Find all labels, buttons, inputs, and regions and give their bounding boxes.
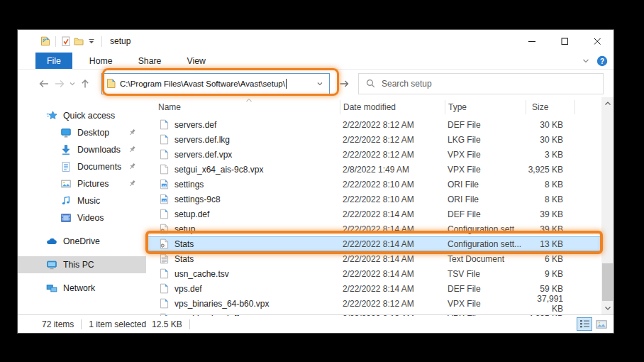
file-blue-icon [158, 134, 170, 146]
sidebar-item-quick-access[interactable]: Quick access [18, 107, 146, 124]
scroll-down-button[interactable] [601, 303, 614, 314]
up-button[interactable] [77, 75, 93, 92]
column-header-name[interactable]: Name [146, 100, 340, 114]
details-view-button[interactable] [577, 317, 592, 331]
file-row-servers-def-lkg[interactable]: servers.def.lkg2/22/2022 8:12 AMLKG File… [146, 132, 614, 147]
file-row-stats[interactable]: Stats2/22/2022 8:14 AMText Document6 KB [146, 251, 614, 266]
sidebar-item-documents[interactable]: Documents [18, 158, 146, 175]
sidebar-item-network[interactable]: Network [18, 280, 146, 297]
file-blue-icon [158, 298, 170, 309]
file-row-servers-def-vpx[interactable]: servers.def.vpx2/22/2022 8:12 AMVPX File… [146, 147, 614, 162]
file-row-settings[interactable]: settings2/22/2022 8:10 AMORI File8 KB [146, 177, 614, 192]
search-placeholder: Search setup [382, 79, 432, 89]
quick-access-icon [46, 110, 57, 121]
sidebar-item-label: Videos [77, 213, 104, 223]
status-separator [81, 319, 82, 329]
sidebar-item-videos[interactable]: Videos [18, 209, 146, 226]
sidebar-item-pictures[interactable]: Pictures [18, 175, 146, 192]
back-button[interactable] [36, 75, 52, 92]
file-name-cell: vps_binaries_64-b60.vpx [146, 298, 340, 309]
recent-locations-button[interactable] [67, 75, 77, 92]
thumbnails-view-button[interactable] [594, 317, 609, 331]
file-size: 6 KB [526, 254, 575, 264]
explorer-icon[interactable] [39, 35, 52, 48]
chevron-down-icon [68, 79, 77, 88]
vertical-scrollbar[interactable] [601, 97, 614, 314]
file-date-modified: 2/22/2022 8:14 AM [340, 224, 445, 234]
toolbar-dropdown-icon[interactable] [85, 35, 98, 48]
file-list-pane: Name Date modified Type Size servers.def… [146, 97, 614, 314]
column-header-size[interactable]: Size [526, 100, 575, 114]
column-header-date-modified[interactable]: Date modified [340, 100, 445, 114]
check-doc-icon[interactable] [60, 35, 72, 48]
file-date-modified: 2/22/2022 8:12 AM [340, 135, 445, 145]
file-name-cell: settings-9c8 [146, 194, 340, 205]
tab-home[interactable]: Home [77, 53, 126, 69]
column-header-type[interactable]: Type [445, 100, 526, 114]
file-name: servers.def [174, 120, 216, 130]
sidebar-item-downloads[interactable]: Downloads [18, 141, 146, 158]
sidebar-item-this-pc[interactable]: This PC [18, 256, 146, 273]
ribbon-right-controls: ? [581, 53, 608, 70]
search-box[interactable]: Search setup [358, 73, 604, 94]
sidebar-item-label: Documents [77, 162, 121, 172]
file-blue-icon [158, 149, 170, 160]
go-to-button[interactable] [337, 75, 351, 92]
navigation-pane: Quick accessDesktopDownloadsDocumentsPic… [18, 97, 146, 314]
address-file-icon [106, 78, 116, 89]
ribbon-expand-icon[interactable] [581, 56, 591, 66]
go-arrow-icon [338, 79, 350, 89]
file-blue-icon [158, 268, 170, 280]
file-row-vps-binaries-64-b60-vpx[interactable]: vps_binaries_64-b60.vpx2/22/2022 8:12 AM… [146, 296, 614, 311]
file-name-cell: Stats [146, 253, 340, 265]
forward-icon [53, 78, 66, 89]
sidebar-item-desktop[interactable]: Desktop [18, 124, 146, 141]
file-name: setgui_x64_ais-9c8.vpx [174, 165, 263, 175]
tab-share[interactable]: Share [126, 53, 174, 69]
downloads-icon [60, 144, 72, 155]
quick-access-toolbar [39, 35, 106, 48]
file-row-setup[interactable]: setup2/22/2022 8:14 AMConfiguration sett… [146, 221, 614, 236]
address-bar[interactable]: C:\Program Files\Avast Software\Avast\se… [101, 73, 330, 94]
forward-button[interactable] [52, 75, 67, 92]
details-view-icon [579, 319, 590, 329]
network-icon [46, 283, 57, 294]
tab-file[interactable]: File [35, 53, 72, 69]
file-name: Stats [174, 254, 194, 264]
file-row-setgui-x64-ais-9c8-vpx[interactable]: setgui_x64_ais-9c8.vpx2/8/2022 1:49 AMVP… [146, 162, 614, 177]
file-row-servers-def[interactable]: servers.def2/22/2022 8:12 AMDEF File30 K… [146, 117, 614, 132]
file-date-modified: 2/22/2022 8:14 AM [340, 254, 445, 264]
file-name: Stats [174, 239, 194, 249]
minimize-button[interactable] [516, 30, 548, 53]
maximize-button[interactable] [548, 30, 581, 53]
file-type: ORI File [445, 180, 526, 190]
documents-icon [60, 161, 72, 172]
file-row-settings-9c8[interactable]: settings-9c82/22/2022 8:10 AMORI File8 K… [146, 192, 614, 207]
file-date-modified: 2/22/2022 8:12 AM [340, 299, 445, 309]
address-path[interactable]: C:\Program Files\Avast Software\Avast\se… [120, 79, 285, 88]
sidebar-item-onedrive[interactable]: OneDrive [18, 233, 146, 250]
file-name: settings [174, 180, 204, 190]
sidebar-item-music[interactable]: Music [18, 192, 146, 209]
address-dropdown-button[interactable] [313, 76, 326, 92]
scroll-up-button[interactable] [601, 98, 614, 109]
close-button[interactable] [581, 30, 614, 53]
tab-view[interactable]: View [174, 53, 218, 69]
file-size: 37,991 KB [526, 294, 575, 314]
file-row-stats[interactable]: Stats2/22/2022 8:14 AMConfiguration sett… [146, 236, 614, 251]
pictures-icon [60, 178, 72, 190]
window-title: setup [110, 36, 131, 46]
scrollbar-thumb[interactable] [602, 263, 613, 301]
file-type: VPX File [445, 165, 526, 175]
onedrive-icon [46, 236, 57, 247]
file-name-cell: servers.def.vpx [146, 149, 340, 160]
status-separator [189, 319, 190, 329]
folder-icon[interactable] [72, 35, 85, 48]
file-type: VPX File [445, 299, 526, 309]
file-type: ORI File [445, 194, 526, 204]
help-icon[interactable]: ? [596, 55, 608, 67]
file-date-modified: 2/8/2022 1:49 AM [340, 165, 445, 175]
sidebar-item-label: This PC [63, 260, 94, 270]
file-row-setup-def[interactable]: setup.def2/22/2022 8:14 AMDEF File39 KB [146, 207, 614, 221]
file-row-usn-cache-tsv[interactable]: usn_cache.tsv2/22/2022 8:14 AMTSV File9 … [146, 266, 614, 281]
